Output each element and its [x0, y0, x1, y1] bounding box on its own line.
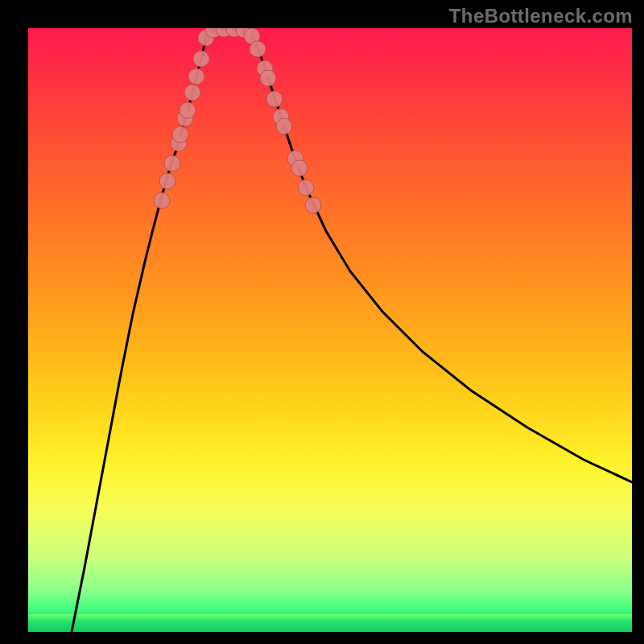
data-marker [172, 126, 188, 142]
watermark-label: TheBottleneck.com [449, 5, 633, 27]
data-marker [305, 197, 321, 213]
data-marker [154, 192, 170, 208]
data-marker [180, 102, 196, 118]
data-marker [188, 68, 204, 85]
data-marker [266, 91, 283, 107]
data-marker [276, 118, 292, 134]
chart-svg [28, 28, 632, 632]
data-marker [184, 85, 200, 101]
data-marker [298, 180, 314, 196]
right-curve-path [250, 31, 632, 482]
data-marker [159, 173, 175, 189]
curve-group [72, 29, 632, 632]
plot-area [28, 28, 632, 632]
chart-stage: TheBottleneck.com [0, 0, 644, 644]
data-marker [250, 41, 266, 57]
data-marker [193, 51, 209, 67]
markers-group [154, 28, 321, 213]
data-marker [260, 70, 276, 86]
data-marker [291, 160, 308, 176]
data-marker [164, 155, 180, 171]
